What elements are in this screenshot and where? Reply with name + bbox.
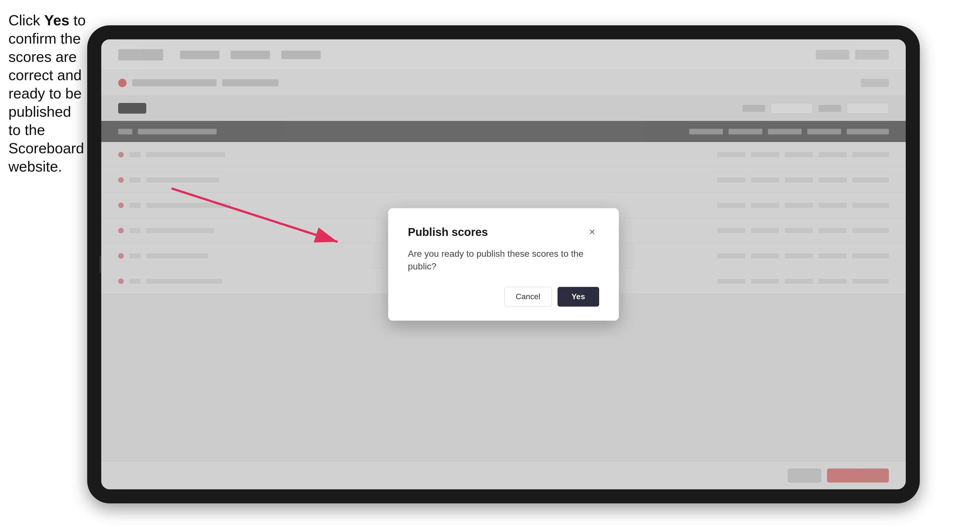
yes-button[interactable]: Yes bbox=[557, 287, 599, 306]
tablet-screen: Publish scores × Are you ready to publis… bbox=[101, 40, 906, 489]
modal-message: Are you ready to publish these scores to… bbox=[408, 248, 599, 273]
cancel-button[interactable]: Cancel bbox=[504, 287, 552, 306]
instruction-text: Click Yes to confirm the scores are corr… bbox=[8, 11, 87, 176]
instruction-bold: Yes bbox=[44, 12, 70, 29]
modal-body: Are you ready to publish these scores to… bbox=[408, 248, 599, 273]
tablet-device: Publish scores × Are you ready to publis… bbox=[87, 25, 920, 503]
modal-header: Publish scores × bbox=[408, 225, 599, 239]
publish-scores-modal: Publish scores × Are you ready to publis… bbox=[388, 208, 619, 321]
modal-title: Publish scores bbox=[408, 226, 488, 238]
modal-footer: Cancel Yes bbox=[408, 287, 599, 306]
modal-close-button[interactable]: × bbox=[585, 225, 599, 239]
